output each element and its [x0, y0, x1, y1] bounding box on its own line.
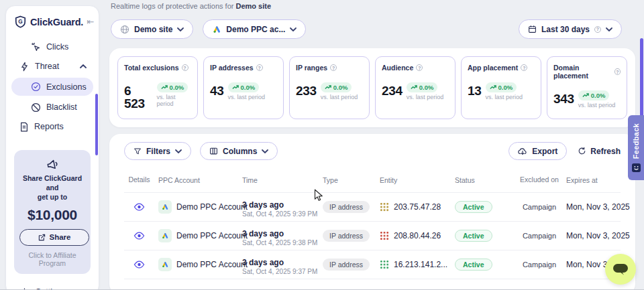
check-circle-icon	[31, 82, 41, 92]
stat-label: IP ranges	[296, 64, 327, 72]
clickguard-shield-logo-icon: G	[14, 15, 27, 28]
chat-bubble-icon	[612, 263, 629, 275]
col-header-excluded-on[interactable]: Excluded on	[517, 175, 562, 184]
row-details-button[interactable]	[124, 203, 154, 211]
sidebar-item-exclusions[interactable]: Exclusions	[11, 78, 93, 96]
trend-up-icon	[161, 85, 168, 90]
funnel-icon	[133, 147, 142, 155]
sidebar-item-settings[interactable]: Settings	[19, 287, 93, 290]
row-divider	[124, 279, 621, 279]
share-button-label: Share	[50, 233, 71, 241]
site-selector[interactable]: Demo site	[111, 19, 193, 39]
subtitle-prefix: Realtime logs of protective actions for	[111, 2, 233, 10]
row-type: IP address	[319, 201, 376, 213]
col-header-ppc-account[interactable]: PPC Account	[154, 176, 238, 184]
feedback-tab[interactable]: Feedback	[628, 115, 644, 180]
col-header-expires-at[interactable]: Expires at	[562, 176, 621, 184]
sidebar-item-label: Exclusions	[46, 82, 87, 92]
eye-icon	[133, 261, 145, 269]
row-details-button[interactable]	[124, 232, 154, 240]
sidebar-scrollbar[interactable]	[95, 94, 98, 155]
row-type: IP address	[319, 230, 376, 242]
lightning-icon	[19, 62, 30, 72]
ppc-account-selector[interactable]: Demo PPC ac...	[203, 19, 306, 39]
stat-period-label: vs. last period	[157, 94, 191, 107]
trend-up-icon	[232, 85, 239, 90]
block-icon	[31, 102, 41, 113]
row-excluded-on: Campaign	[517, 261, 562, 269]
share-button[interactable]: Share	[19, 229, 89, 246]
time-relative: 3 days ago	[242, 229, 319, 238]
col-header-details[interactable]: Details	[124, 175, 154, 184]
info-icon[interactable]: ?	[614, 68, 621, 75]
sidebar-item-clicks[interactable]: Clicks	[11, 39, 93, 55]
stat-change: 0.0%	[591, 92, 606, 99]
stat-period-label: vs. last period	[486, 94, 523, 100]
columns-button-label: Columns	[223, 147, 257, 156]
stats-summary-panel: Total exclusions? 6 523 0.0% vs. last pe…	[109, 48, 635, 127]
sidebar-item-label: Clicks	[46, 42, 68, 52]
date-range-selector[interactable]: Last 30 days ?	[519, 19, 622, 39]
stat-label: Domain placement	[553, 64, 612, 80]
col-header-status[interactable]: Status	[451, 176, 517, 184]
status-badge: Active	[455, 259, 492, 271]
time-absolute: Sat, Oct 4, 2025 9:37 PM	[242, 268, 319, 275]
columns-button[interactable]: Columns	[200, 142, 278, 160]
info-icon[interactable]: ?	[521, 64, 527, 71]
promo-caption[interactable]: Click to Affiliate Program	[19, 251, 85, 267]
promo-text-line1: Share ClickGuard and	[19, 173, 85, 192]
time-absolute: Sat, Oct 4, 2025 9:38 PM	[242, 239, 319, 246]
sidebar-item-threat[interactable]: Threat	[11, 58, 93, 74]
stat-label: IP addresses	[210, 64, 254, 72]
info-icon[interactable]: ?	[330, 64, 337, 71]
sidebar-item-reports[interactable]: Reports	[11, 119, 93, 135]
chat-launcher-button[interactable]	[605, 254, 636, 285]
stat-change: 0.0%	[241, 84, 256, 91]
subtitle-site-name: Demo site	[235, 2, 271, 10]
row-details-button[interactable]	[124, 261, 154, 269]
ip-identicon	[380, 260, 389, 269]
col-header-time[interactable]: Time	[238, 176, 319, 184]
stat-change: 0.0%	[419, 84, 434, 91]
sidebar-nav: Clicks Threat Exclusions Blacklist Repor…	[11, 39, 93, 138]
sidebar-collapse-icon[interactable]: ⇤	[87, 17, 94, 27]
stat-label: Total exclusions	[124, 64, 179, 72]
eye-icon	[133, 203, 145, 211]
sidebar-item-label: Threat	[35, 62, 59, 71]
row-status: Active	[451, 230, 517, 242]
filters-button[interactable]: Filters	[124, 142, 191, 160]
info-icon[interactable]: ?	[416, 64, 423, 71]
row-excluded-on: Campaign	[517, 203, 562, 211]
row-time: 3 days ago Sat, Oct 4, 2025 9:37 PM	[238, 254, 319, 275]
chevron-down-icon	[262, 149, 268, 153]
chevron-down-icon	[175, 149, 182, 153]
settings-label: Settings	[36, 287, 66, 290]
sidebar-item-blacklist[interactable]: Blacklist	[11, 99, 93, 115]
site-selector-value: Demo site	[134, 25, 172, 34]
stat-card-total-exclusions: Total exclusions? 6 523 0.0% vs. last pe…	[117, 56, 198, 119]
type-badge: IP address	[323, 201, 370, 213]
time-absolute: Sat, Oct 4, 2025 9:39 PM	[242, 210, 319, 218]
stat-card-audience: Audience? 234 0.0% vs. last period	[375, 56, 455, 119]
col-header-entity[interactable]: Entity	[376, 176, 451, 184]
stat-card-ip-addresses: IP addresses? 43 0.0% vs. last period	[203, 56, 284, 119]
chevron-down-icon	[290, 27, 297, 31]
promo-text-line2: get up to	[19, 192, 85, 202]
page-subtitle: Realtime logs of protective actions for …	[111, 2, 271, 10]
refresh-button[interactable]: Refresh	[578, 147, 621, 156]
row-expires-at: Mon, Nov 3, 2025	[562, 202, 630, 212]
stat-change: 0.0%	[498, 84, 513, 91]
smiley-icon	[632, 163, 641, 172]
row-expires-at: Mon, Nov 3, 2025	[562, 231, 630, 240]
type-badge: IP address	[323, 230, 370, 242]
refresh-button-label: Refresh	[590, 147, 621, 156]
export-button[interactable]: Export	[508, 142, 567, 160]
page-scrollbar[interactable]	[640, 38, 643, 117]
info-icon[interactable]: ?	[256, 64, 263, 71]
ip-identicon	[380, 231, 389, 240]
col-header-type[interactable]: Type	[319, 176, 376, 184]
sidebar-item-label: Reports	[34, 122, 64, 131]
info-icon[interactable]: ?	[182, 64, 189, 71]
row-ppc-account: Demo PPC Account	[154, 258, 238, 271]
stat-period-label: vs. last period	[407, 94, 444, 100]
